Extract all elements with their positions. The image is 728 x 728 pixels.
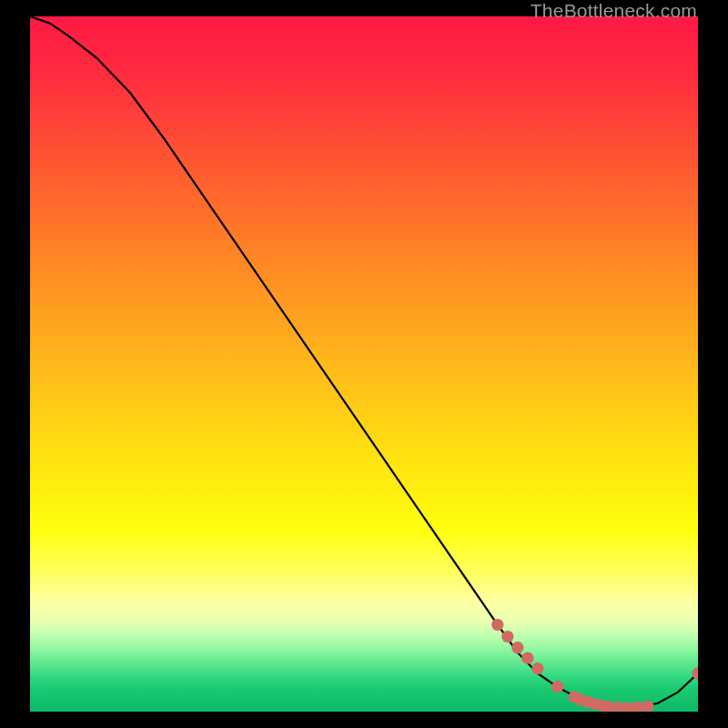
- gradient-plot-area: [30, 16, 698, 712]
- watermark-text: TheBottleneck.com: [531, 0, 697, 22]
- chart-container: TheBottleneck.com: [0, 0, 728, 728]
